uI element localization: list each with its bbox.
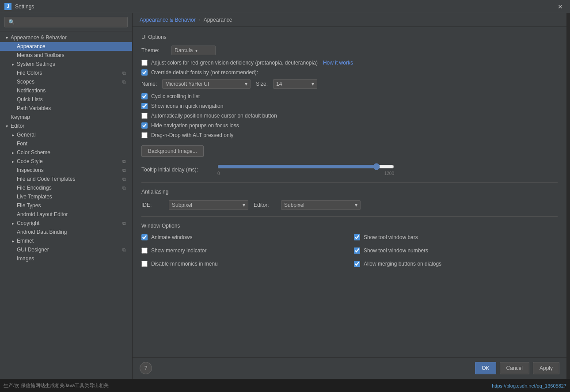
adjust-colors-label[interactable]: Adjust colors for red-green vision defic…	[151, 60, 318, 66]
show-tool-bars-checkbox[interactable]	[354, 234, 360, 240]
cancel-button[interactable]: Cancel	[500, 362, 529, 374]
sidebar-label-color-scheme: Color Scheme	[17, 149, 129, 156]
font-size-value: 14	[276, 81, 282, 87]
sidebar-item-font[interactable]: Font	[0, 139, 132, 148]
sidebar-item-file-types[interactable]: File Types	[0, 201, 132, 210]
sidebar-item-editor[interactable]: Editor	[0, 122, 132, 130]
tree-arrow-code-style	[10, 158, 16, 164]
sidebar-item-scopes[interactable]: Scopes	[0, 77, 132, 86]
cyclic-scrolling-row: Cyclic scrolling in list	[141, 93, 558, 99]
sidebar-item-file-colors[interactable]: File Colors	[0, 69, 132, 77]
close-button[interactable]: ✕	[555, 2, 566, 11]
taskbar-url: https://blog.csdn.net/qq_13605827	[492, 383, 566, 388]
sidebar-label-keymap: Keymap	[11, 114, 129, 120]
sidebar-label-general: General	[17, 132, 129, 138]
size-label: Size:	[256, 81, 268, 87]
font-name-dropdown[interactable]: Microsoft YaHei UI ▾	[162, 79, 251, 89]
show-memory-label[interactable]: Show memory indicator	[151, 247, 206, 254]
window-options-grid: Animate windows Show tool window bars Sh…	[141, 234, 558, 270]
sidebar-item-android-layout-editor[interactable]: Android Layout Editor	[0, 210, 132, 219]
breadcrumb: Appearance & Behavior › Appearance	[133, 13, 566, 27]
sidebar-item-notifications[interactable]: Notifications	[0, 86, 132, 95]
show-tool-numbers-checkbox[interactable]	[354, 247, 360, 254]
sidebar-item-path-variables[interactable]: Path Variables	[0, 104, 132, 113]
drag-drop-label[interactable]: Drag-n-Drop with ALT pressed only	[151, 132, 233, 138]
copy-icon-code-style	[122, 158, 129, 164]
override-fonts-label[interactable]: Override default fonts by (not recommend…	[151, 69, 258, 76]
adjust-colors-checkbox[interactable]	[141, 60, 148, 66]
allow-merging-label[interactable]: Allow merging buttons on dialogs	[364, 261, 441, 267]
theme-value: Darcula	[175, 47, 193, 53]
divider-1	[141, 182, 558, 183]
sidebar-item-menus-toolbars[interactable]: Menus and Toolbars	[0, 51, 132, 60]
how-it-works-link[interactable]: How it works	[323, 60, 353, 66]
font-size-dropdown[interactable]: 14 ▾	[273, 79, 317, 89]
disable-mnemonics-checkbox[interactable]	[141, 261, 148, 267]
cyclic-scrolling-label[interactable]: Cyclic scrolling in list	[151, 93, 200, 99]
app-icon: J	[4, 3, 11, 10]
editor-antialias-label: Editor:	[254, 202, 276, 208]
sidebar-item-inspections[interactable]: Inspections	[0, 166, 132, 175]
right-scrollbar[interactable]	[566, 13, 570, 379]
sidebar-item-general[interactable]: General	[0, 130, 132, 139]
ide-antialias-value: Subpixel	[172, 202, 192, 208]
sidebar-label-notifications: Notifications	[17, 88, 129, 94]
hide-nav-label[interactable]: Hide navigation popups on focus loss	[151, 122, 239, 129]
sidebar-label-appearance-behavior: Appearance & Behavior	[11, 34, 129, 41]
override-fonts-checkbox[interactable]	[141, 69, 148, 76]
tree-arrow-system-settings	[10, 61, 16, 67]
animate-windows-label[interactable]: Animate windows	[151, 234, 192, 240]
sidebar-item-color-scheme[interactable]: Color Scheme	[0, 148, 132, 157]
help-button[interactable]: ?	[140, 362, 152, 374]
theme-dropdown-arrow	[195, 47, 198, 53]
show-tool-bars-label[interactable]: Show tool window bars	[364, 234, 418, 240]
show-icons-checkbox[interactable]	[141, 103, 148, 109]
allow-merging-checkbox[interactable]	[354, 261, 360, 267]
sidebar-item-quick-lists[interactable]: Quick Lists	[0, 95, 132, 104]
slider-track: 0 1200	[217, 163, 558, 176]
sidebar-item-live-templates[interactable]: Live Templates	[0, 192, 132, 201]
show-tool-bars-row: Show tool window bars	[354, 234, 558, 240]
show-tool-numbers-row: Show tool window numbers	[354, 247, 558, 254]
background-image-button[interactable]: Background Image...	[141, 145, 204, 157]
drag-drop-checkbox[interactable]	[141, 132, 148, 138]
sidebar-item-gui-designer[interactable]: GUI Designer	[0, 245, 132, 254]
sidebar-item-appearance-behavior[interactable]: Appearance & Behavior	[0, 33, 132, 42]
override-fonts-row: Override default fonts by (not recommend…	[141, 69, 558, 76]
tree-arrow-android-layout-editor	[10, 211, 16, 217]
ide-antialias-dropdown[interactable]: Subpixel ▾	[169, 200, 248, 210]
sidebar-item-file-code-templates[interactable]: File and Code Templates	[0, 175, 132, 183]
sidebar-item-code-style[interactable]: Code Style	[0, 157, 132, 166]
sidebar-label-menus-toolbars: Menus and Toolbars	[17, 52, 129, 58]
animate-windows-checkbox[interactable]	[141, 234, 148, 240]
sidebar-item-appearance[interactable]: Appearance	[0, 42, 132, 51]
auto-position-checkbox[interactable]	[141, 113, 148, 119]
editor-antialias-dropdown[interactable]: Subpixel ▾	[281, 200, 361, 210]
sidebar-item-system-settings[interactable]: System Settings	[0, 60, 132, 69]
animate-windows-row: Animate windows	[141, 234, 345, 240]
sidebar-item-emmet[interactable]: Emmet	[0, 236, 132, 245]
sidebar-label-images: Images	[17, 255, 129, 262]
theme-label: Theme:	[141, 47, 168, 53]
copy-icon-scopes	[122, 79, 129, 85]
sidebar-item-copyright[interactable]: Copyright	[0, 219, 132, 228]
theme-dropdown[interactable]: Darcula	[171, 46, 216, 55]
sidebar-item-images[interactable]: Images	[0, 254, 132, 263]
ok-button[interactable]: OK	[475, 362, 496, 374]
show-memory-row: Show memory indicator	[141, 247, 345, 254]
auto-position-label[interactable]: Automatically position mouse cursor on d…	[151, 113, 277, 119]
sidebar-item-file-encodings[interactable]: File Encodings	[0, 183, 132, 192]
disable-mnemonics-label[interactable]: Disable mnemonics in menu	[151, 261, 218, 267]
search-input[interactable]	[4, 17, 128, 27]
tooltip-slider[interactable]	[217, 163, 394, 170]
show-memory-checkbox[interactable]	[141, 247, 148, 254]
cyclic-scrolling-checkbox[interactable]	[141, 93, 148, 99]
breadcrumb-link-appearance-behavior[interactable]: Appearance & Behavior	[140, 17, 196, 23]
show-icons-label[interactable]: Show icons in quick navigation	[151, 103, 223, 109]
ide-label: IDE:	[141, 202, 163, 208]
hide-nav-checkbox[interactable]	[141, 122, 148, 129]
sidebar-item-android-data-binding[interactable]: Android Data Binding	[0, 228, 132, 236]
sidebar-item-keymap[interactable]: Keymap	[0, 113, 132, 122]
show-tool-numbers-label[interactable]: Show tool window numbers	[364, 247, 428, 254]
apply-button[interactable]: Apply	[533, 362, 559, 374]
